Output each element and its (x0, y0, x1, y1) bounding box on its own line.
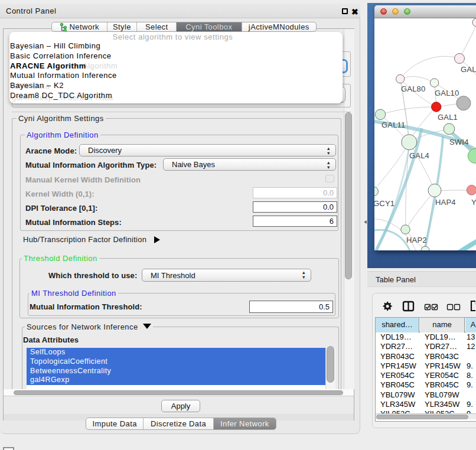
svg-text:SWI4: SWI4 (449, 138, 469, 146)
svg-text:GAL: GAL (461, 65, 476, 74)
svg-text:GAL10: GAL10 (435, 89, 459, 97)
svg-text:HAP4: HAP4 (435, 198, 456, 207)
svg-text:Y: Y (471, 198, 476, 207)
svg-text:GAL11: GAL11 (382, 120, 406, 129)
svg-text:GCY1: GCY1 (374, 199, 395, 208)
svg-text:GAL1: GAL1 (438, 113, 458, 122)
svg-text:GAL4: GAL4 (409, 151, 429, 160)
svg-text:GAL80: GAL80 (401, 84, 425, 93)
svg-text:HAP2: HAP2 (406, 236, 427, 244)
